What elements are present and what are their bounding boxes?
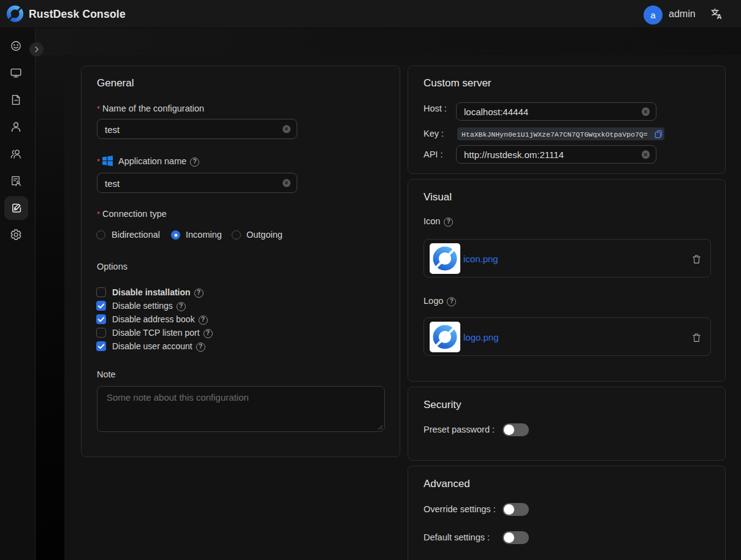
svg-text:A: A bbox=[717, 13, 722, 20]
